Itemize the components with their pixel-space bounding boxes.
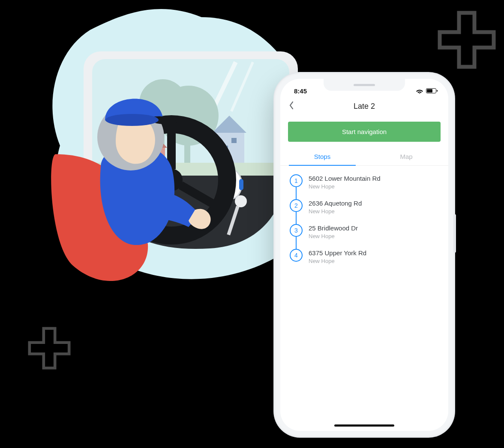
battery-icon [426, 88, 436, 93]
stop-city: New Hope [309, 258, 366, 264]
plus-decoration-icon [435, 8, 499, 72]
phone-mockup: 8:45 Late 2 Start navigation Stops Map 1 [274, 73, 454, 437]
phone-side-button [453, 214, 456, 253]
status-time: 8:45 [294, 87, 307, 95]
stop-number-badge: 4 [290, 249, 303, 262]
phone-screen: 8:45 Late 2 Start navigation Stops Map 1 [280, 79, 448, 431]
stop-city: New Hope [309, 183, 381, 190]
tab-map[interactable]: Map [364, 148, 448, 165]
plus-decoration-icon [26, 325, 73, 372]
wifi-icon [416, 88, 423, 94]
svg-point-26 [116, 134, 128, 149]
list-item[interactable]: 2 2636 Aquetong Rd New Hope [290, 199, 439, 215]
stop-address: 5602 Lower Mountain Rd [309, 175, 381, 182]
svg-point-27 [105, 114, 159, 126]
stop-city: New Hope [309, 208, 362, 215]
tabs: Stops Map [280, 148, 448, 166]
stop-address: 2636 Aquetong Rd [309, 200, 362, 207]
stops-list: 1 5602 Lower Mountain Rd New Hope 2 2636… [280, 166, 448, 282]
tab-stops[interactable]: Stops [280, 148, 364, 165]
svg-rect-19 [239, 179, 243, 190]
stop-number-badge: 2 [290, 199, 303, 212]
stop-address: 6375 Upper York Rd [309, 249, 366, 257]
nav-header: Late 2 [280, 97, 448, 116]
phone-notch [324, 79, 405, 91]
list-item[interactable]: 3 25 Bridlewood Dr New Hope [290, 224, 439, 239]
stop-number-badge: 3 [290, 224, 303, 237]
list-item[interactable]: 1 5602 Lower Mountain Rd New Hope [290, 174, 439, 190]
svg-rect-11 [231, 138, 237, 143]
back-button[interactable] [289, 101, 294, 110]
start-navigation-button[interactable]: Start navigation [288, 122, 441, 142]
stop-city: New Hope [309, 233, 358, 239]
stop-connector-line [296, 187, 297, 257]
phone-speaker [354, 84, 375, 86]
home-indicator[interactable] [334, 424, 394, 427]
list-item[interactable]: 4 6375 Upper York Rd New Hope [290, 249, 439, 264]
stop-number-badge: 1 [290, 174, 303, 187]
stop-address: 25 Bridlewood Dr [309, 224, 358, 232]
page-title: Late 2 [354, 102, 375, 111]
